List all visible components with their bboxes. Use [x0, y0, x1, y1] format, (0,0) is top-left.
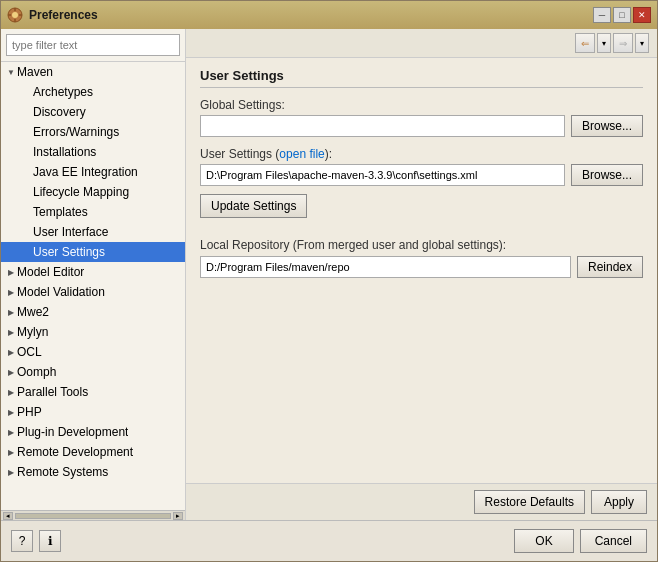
tree-label-discovery: Discovery: [33, 105, 86, 119]
update-settings-row: Update Settings: [200, 190, 643, 218]
tree-item-model-validation[interactable]: ▶Model Validation: [1, 282, 185, 302]
tree-item-model-editor[interactable]: ▶Model Editor: [1, 262, 185, 282]
tree-label-mwe2: Mwe2: [17, 305, 49, 319]
tree-label-php: PHP: [17, 405, 42, 419]
tree-label-plugin-dev: Plug-in Development: [17, 425, 128, 439]
back-button[interactable]: ⇐: [575, 33, 595, 53]
forward-button[interactable]: ⇒: [613, 33, 633, 53]
close-button[interactable]: ✕: [633, 7, 651, 23]
tree-arrow-remote-systems: ▶: [5, 466, 17, 478]
tree-label-errors-warnings: Errors/Warnings: [33, 125, 119, 139]
tree-label-user-settings: User Settings: [33, 245, 105, 259]
user-settings-row: Browse...: [200, 164, 643, 186]
tree-item-discovery[interactable]: Discovery: [1, 102, 185, 122]
tree-item-php[interactable]: ▶PHP: [1, 402, 185, 422]
tree-label-installations: Installations: [33, 145, 96, 159]
tree-arrow-plugin-dev: ▶: [5, 426, 17, 438]
tree-label-maven: Maven: [17, 65, 53, 79]
tree-item-mwe2[interactable]: ▶Mwe2: [1, 302, 185, 322]
tree-label-parallel-tools: Parallel Tools: [17, 385, 88, 399]
tree-label-oomph: Oomph: [17, 365, 56, 379]
preferences-window: Preferences ─ □ ✕ ▼MavenArchetypesDiscov…: [0, 0, 658, 562]
global-settings-label: Global Settings:: [200, 98, 643, 112]
tree-item-remote-dev[interactable]: ▶Remote Development: [1, 442, 185, 462]
tree-item-java-ee[interactable]: Java EE Integration: [1, 162, 185, 182]
title-bar-left: Preferences: [7, 7, 98, 23]
bottom-left-icons: ? ℹ: [11, 530, 61, 552]
open-file-link[interactable]: open file: [279, 147, 324, 161]
app-icon: [7, 7, 23, 23]
local-repo-input[interactable]: [200, 256, 571, 278]
bottom-right-buttons: OK Cancel: [514, 529, 647, 553]
tree-item-mylyn[interactable]: ▶Mylyn: [1, 322, 185, 342]
tree-item-archetypes[interactable]: Archetypes: [1, 82, 185, 102]
tree-label-archetypes: Archetypes: [33, 85, 93, 99]
tree-item-maven[interactable]: ▼Maven: [1, 62, 185, 82]
scroll-right-btn[interactable]: ▸: [173, 512, 183, 520]
update-settings-button[interactable]: Update Settings: [200, 194, 307, 218]
local-repo-section: Local Repository (From merged user and g…: [200, 238, 643, 278]
global-settings-input[interactable]: [200, 115, 565, 137]
tree-label-ocl: OCL: [17, 345, 42, 359]
reindex-button[interactable]: Reindex: [577, 256, 643, 278]
tree-arrow-remote-dev: ▶: [5, 446, 17, 458]
info-button[interactable]: ℹ: [39, 530, 61, 552]
tree-arrow-parallel-tools: ▶: [5, 386, 17, 398]
apply-button[interactable]: Apply: [591, 490, 647, 514]
tree-label-remote-systems: Remote Systems: [17, 465, 108, 479]
tree-area[interactable]: ▼MavenArchetypesDiscoveryErrors/Warnings…: [1, 62, 185, 510]
tree-item-errors-warnings[interactable]: Errors/Warnings: [1, 122, 185, 142]
tree-item-plugin-dev[interactable]: ▶Plug-in Development: [1, 422, 185, 442]
global-settings-row: Browse...: [200, 115, 643, 137]
help-button[interactable]: ?: [11, 530, 33, 552]
cancel-button[interactable]: Cancel: [580, 529, 647, 553]
content-area: ▼MavenArchetypesDiscoveryErrors/Warnings…: [1, 29, 657, 520]
tree-item-installations[interactable]: Installations: [1, 142, 185, 162]
user-settings-label-row: User Settings (open file):: [200, 147, 643, 161]
right-bottom-bar: Restore Defaults Apply: [186, 483, 657, 520]
tree-arrow-oomph: ▶: [5, 366, 17, 378]
tree-item-user-settings[interactable]: User Settings: [1, 242, 185, 262]
tree-arrow-model-editor: ▶: [5, 266, 17, 278]
tree-item-ocl[interactable]: ▶OCL: [1, 342, 185, 362]
tree-item-remote-systems[interactable]: ▶Remote Systems: [1, 462, 185, 482]
tree-item-parallel-tools[interactable]: ▶Parallel Tools: [1, 382, 185, 402]
tree-label-mylyn: Mylyn: [17, 325, 48, 339]
local-repo-label: Local Repository (From merged user and g…: [200, 238, 643, 252]
ok-button[interactable]: OK: [514, 529, 573, 553]
tree-label-lifecycle: Lifecycle Mapping: [33, 185, 129, 199]
tree-label-user-interface: User Interface: [33, 225, 108, 239]
scroll-thumb[interactable]: [15, 513, 171, 519]
tree-item-templates[interactable]: Templates: [1, 202, 185, 222]
scroll-left-btn[interactable]: ◂: [3, 512, 13, 520]
minimize-button[interactable]: ─: [593, 7, 611, 23]
title-bar: Preferences ─ □ ✕: [1, 1, 657, 29]
right-panel: ⇐ ▾ ⇒ ▾ User Settings Global Settings: B…: [186, 29, 657, 520]
tree-label-model-editor: Model Editor: [17, 265, 84, 279]
restore-defaults-button[interactable]: Restore Defaults: [474, 490, 585, 514]
title-bar-controls: ─ □ ✕: [593, 7, 651, 23]
tree-label-model-validation: Model Validation: [17, 285, 105, 299]
left-panel: ▼MavenArchetypesDiscoveryErrors/Warnings…: [1, 29, 186, 520]
tree-label-templates: Templates: [33, 205, 88, 219]
back-dropdown[interactable]: ▾: [597, 33, 611, 53]
tree-item-oomph[interactable]: ▶Oomph: [1, 362, 185, 382]
maximize-button[interactable]: □: [613, 7, 631, 23]
tree-item-user-interface[interactable]: User Interface: [1, 222, 185, 242]
user-settings-label-text: User Settings (: [200, 147, 279, 161]
global-browse-button[interactable]: Browse...: [571, 115, 643, 137]
user-browse-button[interactable]: Browse...: [571, 164, 643, 186]
tree-arrow-mwe2: ▶: [5, 306, 17, 318]
tree-arrow-php: ▶: [5, 406, 17, 418]
window-title: Preferences: [29, 8, 98, 22]
local-repo-row: Reindex: [200, 256, 643, 278]
tree-label-remote-dev: Remote Development: [17, 445, 133, 459]
filter-wrap: [1, 29, 185, 62]
forward-dropdown[interactable]: ▾: [635, 33, 649, 53]
user-settings-input[interactable]: [200, 164, 565, 186]
tree-item-lifecycle[interactable]: Lifecycle Mapping: [1, 182, 185, 202]
svg-point-1: [12, 12, 18, 18]
tree-arrow-model-validation: ▶: [5, 286, 17, 298]
filter-input[interactable]: [6, 34, 180, 56]
horizontal-scrollbar[interactable]: ◂ ▸: [1, 510, 185, 520]
